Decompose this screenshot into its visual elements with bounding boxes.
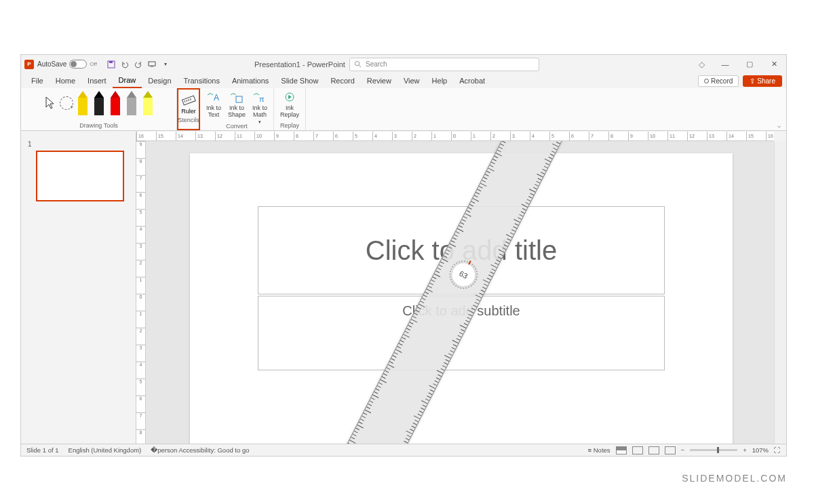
svg-point-3 bbox=[355, 61, 359, 65]
svg-text:π: π bbox=[259, 95, 265, 103]
svg-rect-2 bbox=[149, 62, 155, 66]
ink-to-text-icon: A bbox=[206, 91, 221, 104]
svg-rect-11 bbox=[236, 96, 242, 102]
ink-to-text-button[interactable]: AInk to Text bbox=[204, 90, 224, 120]
tab-review[interactable]: Review bbox=[361, 74, 398, 88]
group-drawing-tools: Drawing Tools bbox=[21, 88, 177, 130]
sorter-view-button[interactable] bbox=[632, 446, 643, 454]
document-title: Presentation1 - PowerPoint bbox=[254, 60, 345, 69]
tab-help[interactable]: Help bbox=[426, 74, 454, 88]
ink-to-shape-icon bbox=[229, 91, 244, 104]
ink-to-shape-button[interactable]: Ink to Shape bbox=[225, 90, 248, 120]
autosave-toggle[interactable] bbox=[69, 60, 87, 69]
titlebar: P AutoSave Off ▾ Presentation1 - PowerPo… bbox=[21, 55, 786, 73]
svg-text:A: A bbox=[214, 93, 219, 102]
quick-access-toolbar: ▾ bbox=[106, 60, 170, 69]
autosave[interactable]: AutoSave Off bbox=[37, 60, 97, 69]
search-icon bbox=[354, 60, 362, 68]
group-label: Stencils bbox=[178, 117, 199, 123]
vertical-scrollbar[interactable] bbox=[774, 141, 786, 444]
share-button[interactable]: ⇪Share bbox=[743, 75, 782, 87]
slide-counter[interactable]: Slide 1 of 1 bbox=[26, 446, 59, 454]
present-icon[interactable] bbox=[147, 60, 157, 69]
vertical-ruler[interactable]: 9876543210123456789 bbox=[136, 141, 146, 444]
normal-view-button[interactable] bbox=[616, 446, 627, 454]
language-indicator[interactable]: English (United Kingdom) bbox=[69, 446, 142, 454]
horizontal-ruler[interactable]: document.addEventListener('DOMContentLoa… bbox=[136, 132, 774, 141]
app-window: P AutoSave Off ▾ Presentation1 - PowerPo… bbox=[20, 54, 787, 457]
ruler-angle-badge: 63 bbox=[448, 259, 479, 290]
tab-record[interactable]: Record bbox=[324, 74, 360, 88]
close-button[interactable]: ✕ bbox=[762, 55, 786, 73]
tab-home[interactable]: Home bbox=[50, 74, 81, 88]
slideshow-view-button[interactable] bbox=[665, 446, 676, 454]
slide-canvas[interactable]: Click to add title Click to add subtitle… bbox=[190, 153, 733, 444]
slide-editor[interactable]: Click to add title Click to add subtitle… bbox=[146, 141, 774, 444]
search-input[interactable]: Search bbox=[349, 58, 539, 71]
svg-line-7 bbox=[187, 100, 187, 102]
ruler-icon bbox=[181, 92, 196, 107]
minimize-button[interactable]: — bbox=[713, 55, 737, 73]
tab-insert[interactable]: Insert bbox=[81, 74, 113, 88]
zoom-slider[interactable] bbox=[690, 449, 737, 451]
zoom-level[interactable]: 107% bbox=[752, 446, 769, 454]
pen-red[interactable] bbox=[108, 90, 123, 117]
tab-slideshow[interactable]: Slide Show bbox=[275, 74, 324, 88]
status-bar: Slide 1 of 1 English (United Kingdom) �p… bbox=[21, 444, 786, 456]
qat-dropdown-icon[interactable]: ▾ bbox=[161, 60, 170, 69]
tab-animations[interactable]: Animations bbox=[226, 74, 275, 88]
select-tool[interactable] bbox=[43, 90, 58, 117]
save-icon[interactable] bbox=[106, 60, 116, 69]
app-icon: P bbox=[24, 60, 34, 69]
record-button[interactable]: Record bbox=[698, 75, 739, 87]
ribbon: Drawing Tools Ruler Stencils AInk to Tex… bbox=[21, 88, 786, 131]
pen-grey[interactable] bbox=[124, 90, 139, 117]
thumbnail-number: 1 bbox=[28, 140, 32, 148]
zoom-in-button[interactable]: + bbox=[743, 446, 747, 454]
slide-thumbnail-1[interactable] bbox=[36, 151, 124, 201]
lasso-tool[interactable] bbox=[59, 90, 74, 117]
group-label: Replay bbox=[280, 122, 299, 129]
tab-file[interactable]: File bbox=[25, 74, 50, 88]
autosave-state: Off bbox=[90, 61, 97, 67]
thumbnail-panel: 1 bbox=[21, 132, 136, 444]
reading-view-button[interactable] bbox=[648, 446, 659, 454]
group-label: Convert bbox=[226, 123, 248, 130]
group-convert: AInk to Text Ink to Shape πInk to Math▾ … bbox=[200, 88, 274, 130]
tab-design[interactable]: Design bbox=[142, 74, 177, 88]
undo-icon[interactable] bbox=[120, 60, 130, 69]
pen-yellow[interactable] bbox=[75, 90, 90, 117]
tab-acrobat[interactable]: Acrobat bbox=[453, 74, 491, 88]
zoom-out-button[interactable]: − bbox=[681, 446, 685, 454]
lasso-icon bbox=[60, 96, 73, 110]
ribbon-tabs: File Home Insert Draw Design Transitions… bbox=[21, 73, 786, 88]
autosave-label: AutoSave bbox=[37, 60, 66, 68]
maximize-button[interactable]: ▢ bbox=[737, 55, 762, 73]
accessibility-icon: �person bbox=[151, 446, 178, 454]
tab-draw[interactable]: Draw bbox=[113, 73, 142, 88]
collapse-ribbon-icon[interactable]: ⌵ bbox=[777, 122, 781, 129]
ruler-button[interactable]: Ruler bbox=[178, 91, 199, 116]
notes-button[interactable]: ≡ Notes bbox=[588, 446, 610, 454]
accessibility-status[interactable]: �person Accessibility: Good to go bbox=[151, 446, 249, 454]
share-icon: ⇪ bbox=[750, 77, 755, 85]
svg-rect-1 bbox=[109, 61, 113, 63]
fit-button[interactable]: ⛶ bbox=[774, 446, 781, 454]
redo-icon[interactable] bbox=[134, 60, 143, 69]
ink-to-math-icon: π bbox=[252, 91, 267, 104]
svg-line-9 bbox=[190, 98, 191, 100]
group-replay: Ink Replay Replay bbox=[274, 88, 306, 130]
diamond-icon[interactable]: ◇ bbox=[699, 60, 705, 69]
tab-view[interactable]: View bbox=[398, 74, 426, 88]
pen-black[interactable] bbox=[92, 90, 106, 117]
watermark: SLIDEMODEL.COM bbox=[682, 473, 787, 484]
group-label: Drawing Tools bbox=[79, 122, 117, 129]
ink-to-math-button[interactable]: πInk to Math▾ bbox=[250, 90, 270, 125]
ink-replay-icon bbox=[282, 91, 297, 104]
svg-line-6 bbox=[185, 100, 185, 102]
ink-replay-button[interactable]: Ink Replay bbox=[277, 90, 302, 120]
tab-transitions[interactable]: Transitions bbox=[178, 74, 226, 88]
highlighter-yellow[interactable] bbox=[140, 90, 155, 117]
group-stencils: Ruler Stencils bbox=[177, 88, 200, 130]
window-controls: — ▢ ✕ bbox=[713, 55, 786, 73]
